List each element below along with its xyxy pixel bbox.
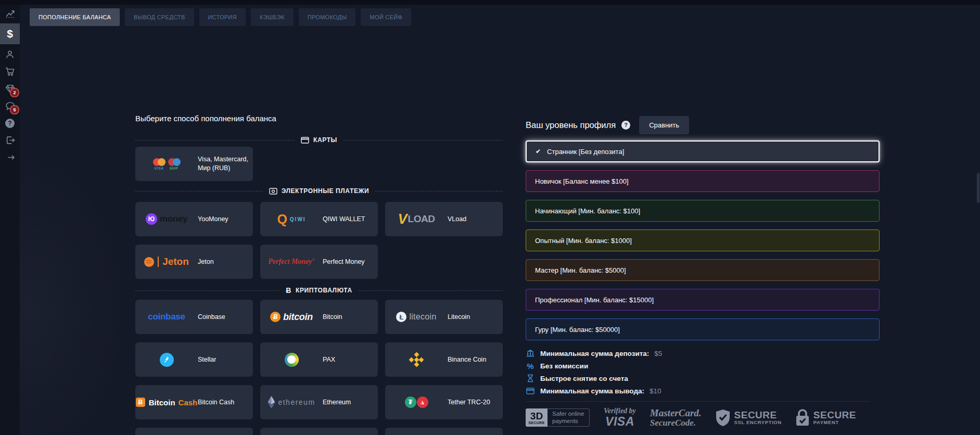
level-item-guru[interactable]: Гуру [Мин. баланс: $50000] <box>526 318 880 340</box>
payment-tile-jeton[interactable]: Jeton Jeton <box>135 245 253 279</box>
crypto-row-4-partial <box>135 428 503 435</box>
badge-text: PAYMENT <box>813 420 856 425</box>
badge-text: SECURE <box>528 421 545 425</box>
bitcoin-logo: Ƀ bitcoin <box>260 312 323 323</box>
level-item-experienced[interactable]: Опытный [Мин. баланс: $1000] <box>526 229 880 251</box>
logout-icon <box>5 135 15 145</box>
payment-label: VLoad <box>448 215 503 224</box>
level-label: Странник [Без депозита] <box>547 148 624 156</box>
crypto-row-3: Ƀ BitcoinCash Bitcoin Cash ethereum Ethe… <box>135 385 503 419</box>
compare-button[interactable]: Сравнить <box>639 116 689 134</box>
yoomoney-logo: Ю money <box>135 213 198 225</box>
level-label: Профессионал [Мин. баланс: $15000] <box>535 296 654 304</box>
section-title-cards: КАРТЫ <box>313 136 337 144</box>
bitcoin-icon: Ƀ <box>286 286 291 295</box>
payment-label: Tether TRC-20 <box>448 398 503 407</box>
level-item-professional[interactable]: Профессионал [Мин. баланс: $15000] <box>526 289 880 311</box>
sidebar-item-balance[interactable]: $ <box>0 23 20 44</box>
payment-tile-qiwi[interactable]: Q QIWI QIWI WALLET <box>260 202 378 236</box>
top-strip <box>0 0 980 5</box>
divider-dashes <box>135 191 263 191</box>
card-icon <box>301 137 309 144</box>
payment-tile-vload[interactable]: V LOAD VLoad <box>385 202 503 236</box>
section-header-cards: КАРТЫ <box>135 136 503 144</box>
payment-tile-litecoin[interactable]: Ł litecoin Litecoin <box>385 300 503 334</box>
check-icon: ✔ <box>536 148 541 155</box>
help-icon[interactable]: ? <box>621 121 630 130</box>
info-row-min-withdraw: Минимальная сумма вывода: $10 <box>526 385 880 397</box>
coinbase-logo: coinbase <box>135 312 198 322</box>
scrollbar-thumb[interactable] <box>977 173 979 203</box>
divider-dashes <box>135 290 279 291</box>
payment-label: Coinbase <box>198 313 253 322</box>
payment-tile-tether[interactable]: ₮ ◮ Tether TRC-20 <box>385 385 503 419</box>
tab-deposit[interactable]: ПОПОЛНЕНИЕ БАЛАНСА <box>30 8 120 26</box>
vload-logo: V LOAD <box>385 212 448 226</box>
info-text: Минимальная сумма вывода: <box>540 387 644 395</box>
sidebar-item-collapse[interactable] <box>0 149 20 166</box>
sidebar-item-logout[interactable] <box>0 132 20 149</box>
payment-label: Binance Coin <box>448 355 503 364</box>
sidebar-item-chat[interactable]: 5 <box>0 97 20 114</box>
payment-tile-stellar[interactable]: Stellar <box>135 342 253 377</box>
payment-tile-bitcoin[interactable]: Ƀ bitcoin Bitcoin <box>260 300 378 334</box>
level-item-novice[interactable]: Новичок [Баланс менее $100] <box>526 170 880 192</box>
level-item-master[interactable]: Мастер [Мин. баланс: $5000] <box>526 259 880 281</box>
info-text: Быстрое снятие со счета <box>540 375 628 382</box>
payment-tile-visa-mc-mir[interactable]: VISA МИР Visa, Mastercard, Мир (RUB) <box>135 147 253 181</box>
payment-tile-bitcoin-cash[interactable]: Ƀ BitcoinCash Bitcoin Cash <box>135 385 253 419</box>
level-label: Начинающий [Мин. баланс: $100] <box>535 207 640 215</box>
payment-tile-pax[interactable]: PAX <box>260 342 378 377</box>
cards-row: VISA МИР Visa, Mastercard, Мир (RUB) <box>135 147 503 181</box>
qiwi-logo: Q QIWI <box>260 213 323 226</box>
payment-label: PAX <box>323 355 378 364</box>
jeton-logo: Jeton <box>135 256 198 267</box>
payment-tile-perfect-money[interactable]: Perfect Money® Perfect Money <box>260 245 378 279</box>
tab-history[interactable]: ИСТОРИЯ <box>199 8 246 26</box>
profile-level-title: Ваш уровень профиля <box>526 120 616 130</box>
page-title: Выберите способ пополнения баланса <box>135 114 276 123</box>
chat-badge: 5 <box>10 105 19 114</box>
badge-text: SSL ENCRYPTION <box>734 420 782 425</box>
tether-tron-logo: ₮ ◮ <box>385 396 448 408</box>
info-row-min-deposit: Минимальная сумма депозита: $5 <box>526 347 880 360</box>
payment-tile-coinbase[interactable]: coinbase Coinbase <box>135 300 253 334</box>
level-item-strannik[interactable]: ✔ Странник [Без депозита] <box>526 140 880 162</box>
payment-tile-yoomoney[interactable]: Ю money YooMoney <box>135 202 253 236</box>
sidebar-item-profile[interactable] <box>0 46 20 63</box>
payment-label: Bitcoin <box>323 313 378 322</box>
crypto-row-1: coinbase Coinbase Ƀ bitcoin Bitcoin Ł li… <box>135 300 503 334</box>
badge-secure-payment: SECURE PAYMENT <box>796 409 856 426</box>
sidebar-item-help[interactable]: ? <box>0 114 20 132</box>
balance-tabs: ПОПОЛНЕНИЕ БАЛАНСА ВЫВОД СРЕДСТВ ИСТОРИЯ… <box>30 8 411 26</box>
level-label: Гуру [Мин. баланс: $50000] <box>535 326 620 334</box>
section-header-crypto: Ƀ КРИПТОВАЛЮТА <box>135 286 503 295</box>
info-value: $10 <box>650 387 661 395</box>
payment-tile-partial[interactable] <box>385 428 503 435</box>
sidebar-item-bonuses[interactable]: 2 <box>0 80 20 97</box>
tab-withdraw[interactable]: ВЫВОД СРЕДСТВ <box>125 8 194 26</box>
profile-level-header: Ваш уровень профиля ? Сравнить <box>526 116 689 134</box>
badge-verified-by-visa: Verified by VISA <box>604 407 636 428</box>
payment-tile-binance[interactable]: Binance Coin <box>385 342 503 377</box>
payment-label: Perfect Money <box>323 258 378 266</box>
deposit-info-list: Минимальная сумма депозита: $5 % Без ком… <box>526 347 880 397</box>
sidebar-item-stats[interactable] <box>0 5 20 22</box>
payment-tile-partial[interactable] <box>135 428 253 435</box>
section-header-electronic: ЭЛЕКТРОННЫЕ ПЛАТЕЖИ <box>135 187 503 195</box>
tab-cashback[interactable]: КЭШБЭК <box>251 8 294 26</box>
payment-label: Bitcoin Cash <box>198 398 253 407</box>
tab-promocodes[interactable]: ПРОМОКОДЫ <box>299 8 356 26</box>
badge-caption: Safer online payments <box>548 408 590 427</box>
sidebar-item-shop[interactable] <box>0 63 20 80</box>
payment-tile-ethereum[interactable]: ethereum Ethereum <box>260 385 378 419</box>
level-item-beginner[interactable]: Начинающий [Мин. баланс: $100] <box>526 200 880 222</box>
badge-mastercard-securecode: MasterCard. SecureCode. <box>650 408 702 428</box>
payment-label: YooMoney <box>198 215 253 224</box>
tab-safe[interactable]: МОЙ СЕЙФ <box>361 8 411 26</box>
badge-text: SECURE <box>813 410 856 420</box>
payment-tile-partial[interactable] <box>260 428 378 435</box>
electronic-row-2: Jeton Jeton Perfect Money® Perfect Money <box>135 245 503 279</box>
ethereum-logo: ethereum <box>260 396 323 408</box>
info-value: $5 <box>654 350 662 357</box>
